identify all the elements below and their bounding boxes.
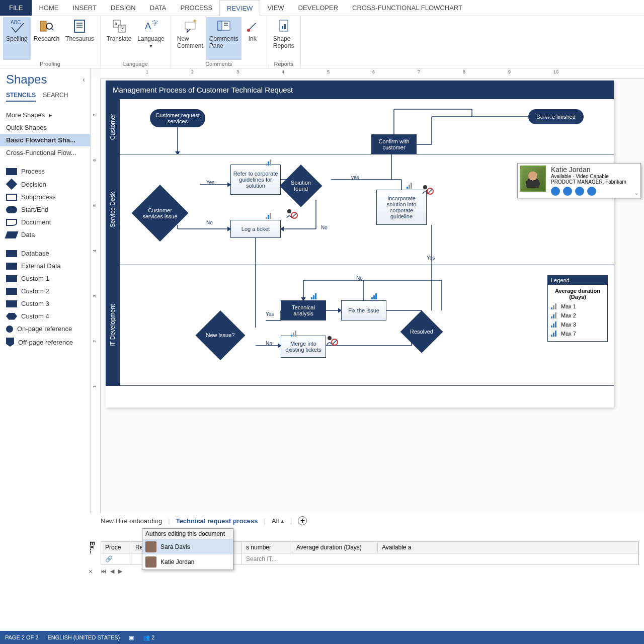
ext-col[interactable]: Available a	[378, 542, 638, 553]
page-tab-1[interactable]: New Hire onboarding	[101, 517, 162, 525]
thesaurus-button[interactable]: Thesaurus	[62, 17, 97, 60]
node-finish[interactable]: Service finished	[528, 109, 584, 124]
shape-offpage[interactable]: Off-page reference	[6, 335, 90, 349]
shape-external[interactable]: External Data	[6, 260, 90, 272]
node-log[interactable]: Log a ticket	[230, 220, 281, 238]
tab-process[interactable]: PROCESS	[174, 0, 220, 16]
node-refer[interactable]: Refer to corporate guidelines for soluti…	[230, 165, 281, 195]
nav-next-icon[interactable]: ▶	[118, 568, 122, 575]
search-field[interactable]: Search IT...	[242, 553, 638, 565]
tab-home[interactable]: HOME	[32, 0, 65, 16]
label-no2: No	[321, 225, 328, 230]
shape-startend[interactable]: Start/End	[6, 203, 90, 216]
users-indicator[interactable]: 👥 2	[143, 634, 154, 641]
node-technical[interactable]: Technical analysis	[281, 300, 326, 320]
spelling-icon: ABC	[9, 18, 25, 34]
video-icon[interactable]	[575, 187, 584, 196]
comments-pane-button[interactable]: Comments Pane	[206, 17, 242, 60]
canvas-area[interactable]: 12345678910 7654321 Management Process o…	[91, 68, 644, 513]
close-icon[interactable]: ×	[89, 568, 93, 576]
svg-point-64	[328, 336, 332, 340]
spelling-button[interactable]: ABC Spelling	[3, 17, 31, 60]
label-yes1: Yes	[206, 180, 214, 185]
svg-text:字: 字	[120, 26, 124, 31]
cross-functional[interactable]: Cross-Functional Flow...	[6, 146, 90, 159]
node-merge[interactable]: Merge into existing tickets	[281, 336, 326, 358]
shape-subprocess[interactable]: Subprocess	[6, 191, 90, 203]
ext-col[interactable]: s number	[242, 542, 292, 553]
collapse-icon[interactable]: ‹	[83, 75, 85, 84]
language-button[interactable]: A字 Language ▾	[134, 17, 167, 60]
nav-first-icon[interactable]: ⏮	[101, 568, 106, 575]
research-button[interactable]: Research	[31, 17, 62, 60]
tab-developer[interactable]: DEVELOPER	[291, 0, 345, 16]
basic-flowchart[interactable]: Basic Flowchart Sha...	[0, 134, 90, 146]
shape-process[interactable]: Process	[6, 165, 90, 178]
add-page-button[interactable]: +	[298, 516, 307, 525]
legend: Legend Average duration (Days) Max 1 Max…	[547, 275, 608, 342]
chat-icon[interactable]	[551, 187, 560, 196]
page-tab-all[interactable]: All ▴	[272, 517, 284, 525]
shape-custom3[interactable]: Custom 3	[6, 297, 90, 310]
tab-insert[interactable]: INSERT	[65, 0, 103, 16]
ext-col[interactable]: Average duration (Days)	[292, 542, 378, 553]
shape-custom2[interactable]: Custom 2	[6, 285, 90, 297]
shape-document[interactable]: Document	[6, 216, 90, 228]
tab-file[interactable]: FILE	[0, 0, 32, 16]
node-resolved[interactable]: Resolved	[400, 310, 443, 353]
stencils-tab[interactable]: STENCILS	[6, 92, 36, 102]
quick-shapes[interactable]: Quick Shapes	[6, 121, 90, 134]
author-row[interactable]: Sara Davis	[142, 539, 233, 554]
shape-data[interactable]: Data	[6, 228, 90, 241]
more-shapes[interactable]: More Shapes ▸	[6, 109, 90, 121]
call-icon[interactable]	[563, 187, 572, 196]
node-fix[interactable]: Fix the issue	[341, 300, 386, 320]
node-incorporate[interactable]: Incorporate solution into corporate guid…	[376, 190, 427, 225]
drawing-canvas[interactable]: Management Process of Customer Technical…	[106, 80, 614, 408]
page-tab-2[interactable]: Technical request process	[176, 517, 258, 525]
tab-view[interactable]: VIEW	[260, 0, 291, 16]
shape-reports-button[interactable]: Shape Reports	[270, 17, 297, 60]
contact-card[interactable]: Katie Jordan Available - Video Capable P…	[517, 163, 641, 198]
new-comment-button[interactable]: ✦ New Comment	[174, 17, 206, 60]
comments-pane-icon	[216, 18, 232, 34]
contact-photo	[520, 166, 546, 192]
new-comment-label: New Comment	[177, 35, 203, 49]
label-no5: No	[356, 275, 363, 281]
author-row[interactable]: Katie Jordan	[142, 554, 233, 570]
shape-database[interactable]: Database	[6, 247, 90, 260]
node-solution[interactable]: Solution found	[280, 165, 323, 207]
label-no1: No	[206, 220, 213, 225]
link-icon[interactable]: 🔗	[101, 553, 131, 565]
node-start[interactable]: Customer request services	[150, 109, 205, 127]
svg-text:字: 字	[152, 20, 158, 27]
svg-point-43	[287, 209, 291, 213]
translate-button[interactable]: a字 Translate	[104, 17, 135, 60]
ext-col[interactable]: Proce	[101, 542, 131, 553]
signal-icon	[266, 210, 273, 216]
node-newissue[interactable]: New issue?	[196, 310, 246, 360]
contact-status: Available - Video Capable	[551, 174, 629, 179]
page-indicator[interactable]: PAGE 2 OF 2	[5, 634, 38, 640]
tab-data[interactable]: DATA	[143, 0, 174, 16]
shape-onpage[interactable]: On-page reference	[6, 323, 90, 335]
shape-decision[interactable]: Decision	[6, 178, 90, 191]
page-tabs: New Hire onboarding | Technical request …	[0, 513, 644, 528]
node-confirm[interactable]: Confirm with customer	[371, 134, 417, 154]
language-indicator[interactable]: ENGLISH (UNITED STATES)	[47, 634, 120, 640]
language-icon: A字	[143, 18, 159, 34]
nav-prev-icon[interactable]: ◀	[110, 568, 114, 575]
tab-design[interactable]: DESIGN	[104, 0, 143, 16]
chevron-down-icon[interactable]: ⌄	[632, 188, 640, 198]
thesaurus-label: Thesaurus	[65, 35, 94, 42]
shape-custom1[interactable]: Custom 1	[6, 272, 90, 285]
mail-icon[interactable]	[587, 187, 596, 196]
ink-button[interactable]: Ink	[242, 17, 264, 60]
macro-icon[interactable]: ▣	[129, 634, 134, 641]
label-no4: No	[266, 341, 272, 346]
tab-review[interactable]: REVIEW	[219, 0, 260, 16]
search-tab[interactable]: SEARCH	[43, 92, 68, 102]
tab-crossfunc[interactable]: CROSS-FUNCTIONAL FLOWCHART	[345, 0, 469, 16]
shape-custom4[interactable]: Custom 4	[6, 310, 90, 323]
node-issue[interactable]: Customer services issue	[131, 185, 188, 242]
